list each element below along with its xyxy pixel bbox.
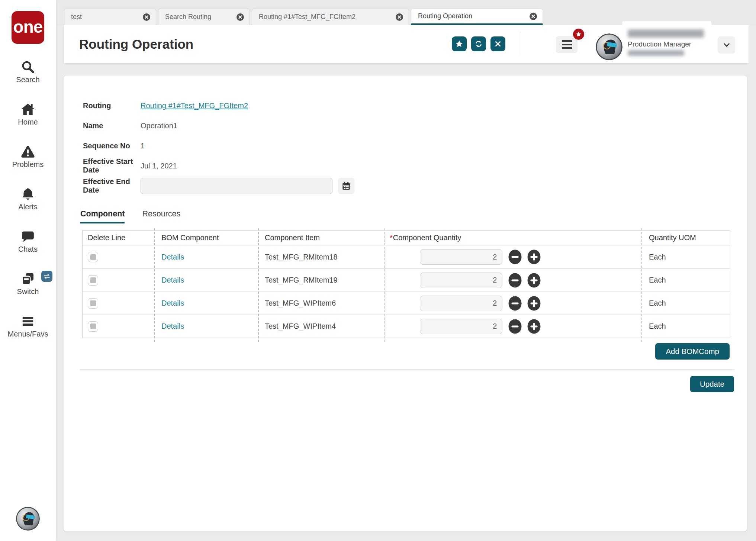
name-value: Operation1 [141,122,177,130]
tab-component[interactable]: Component [80,209,125,223]
tab-test[interactable]: test [64,9,156,25]
home-icon [20,102,35,117]
component-item-value: Test_MFG_RMItem18 [265,253,338,261]
effective-start-date-value: Jul 1, 2021 [141,162,177,170]
routing-operation-card: Routing Routing #1#Test_MFG_FGItem2 Name… [63,75,747,532]
plus-icon [527,249,541,265]
sidebar-item-label: Home [18,118,38,126]
tab-close-icon[interactable] [395,13,403,21]
tab-close-icon[interactable] [236,13,244,21]
table-row: Details Test_MFG_WIPItem6 Each [83,292,730,315]
sidebar-item-problems[interactable]: Problems [0,144,56,169]
tab-resources[interactable]: Resources [142,209,180,223]
sidebar-item-label: Menus/Favs [8,330,48,338]
update-button[interactable]: Update [690,376,734,392]
user-avatar[interactable] [596,33,623,60]
user-org-redacted [628,50,684,56]
sidebar-nav: Search Home Problems Alerts [0,59,56,356]
quantity-increase-button[interactable] [527,249,541,265]
column-header-delete-line: Delete Line [83,234,154,242]
one-network-logo[interactable]: one [12,11,44,44]
close-button[interactable] [490,36,505,51]
sidebar-item-menus-favs[interactable]: Menus/Favs [0,314,56,338]
delete-line-checkbox[interactable] [88,252,98,262]
minus-icon [508,249,522,265]
tab-close-icon[interactable] [529,12,537,20]
form-row-effective-start-date: Effective Start Date Jul 1, 2021 [83,156,747,176]
table-row: Details Test_MFG_RMItem19 Each [83,268,730,292]
column-header-component-quantity: *Component Quantity [384,234,641,242]
switch-windows-icon [20,271,35,286]
sidebar-item-search[interactable]: Search [0,59,56,84]
sidebar-item-switch[interactable]: Switch [0,271,56,296]
routing-label: Routing [83,102,141,110]
effective-end-date-input[interactable] [141,178,332,194]
chat-bubble-icon [20,229,35,244]
quantity-decrease-button[interactable] [508,249,522,265]
details-link[interactable]: Details [161,299,184,307]
tab-label: Routing #1#Test_MFG_FGItem2 [259,13,356,21]
table-row: Details Test_MFG_WIPItem4 Each [83,315,730,338]
details-link[interactable]: Details [161,322,184,330]
delete-line-checkbox[interactable] [88,298,98,309]
form-row-sequence-no: Sequence No 1 [83,136,747,156]
sidebar-item-alerts[interactable]: Alerts [0,187,56,211]
tab-routing-operation[interactable]: Routing Operation [411,9,543,25]
quantity-increase-button[interactable] [527,296,541,311]
sidebar-item-home[interactable]: Home [0,102,56,126]
component-item-value: Test_MFG_WIPItem6 [265,299,336,307]
table-row: Details Test_MFG_RMItem18 Each [83,245,730,268]
logo-text: one [13,18,43,35]
routing-operation-form: Routing Routing #1#Test_MFG_FGItem2 Name… [64,75,747,196]
page-title: Routing Operation [79,37,193,52]
quantity-decrease-button[interactable] [508,296,522,311]
sidebar-user-avatar[interactable] [16,507,40,531]
tab-routing-1-test-mfg-fgitem2[interactable]: Routing #1#Test_MFG_FGItem2 [252,9,409,25]
add-bomcomp-button[interactable]: Add BOMComp [655,343,730,360]
calendar-button[interactable] [338,178,354,194]
close-icon [494,40,502,48]
component-quantity-input[interactable] [420,296,502,311]
user-role: Production Manager [628,40,721,48]
tab-label: Routing Operation [418,12,472,20]
search-icon [20,59,35,74]
form-row-effective-end-date: Effective End Date [83,176,747,196]
calendar-icon [341,181,351,191]
tab-close-icon[interactable] [142,13,151,21]
quantity-uom-value: Each [649,253,666,261]
quantity-increase-button[interactable] [527,273,541,288]
quantity-decrease-button[interactable] [508,319,522,334]
component-quantity-input[interactable] [420,319,502,334]
routing-link[interactable]: Routing #1#Test_MFG_FGItem2 [141,102,248,110]
component-quantity-input[interactable] [420,273,502,288]
column-divider [641,228,642,342]
sidebar-item-label: Problems [12,160,44,169]
section-tabs: Component Resources [64,209,747,223]
column-header-component-item: Component Item [258,234,384,242]
delete-line-checkbox[interactable] [88,275,98,286]
column-divider [258,228,259,342]
component-quantity-input[interactable] [420,249,502,265]
quantity-increase-button[interactable] [527,319,541,334]
quantity-decrease-button[interactable] [508,273,522,288]
column-header-quantity-uom: Quantity UOM [641,234,731,242]
menu-button[interactable] [556,36,578,53]
details-link[interactable]: Details [161,253,184,261]
favorite-button[interactable] [452,36,467,51]
component-table: Delete Line BOM Component Component Item… [82,230,730,338]
switch-badge [41,271,52,282]
sidebar: one Search Home Problems [0,0,56,541]
user-info: Production Manager [628,29,721,56]
user-menu-chevron-button[interactable] [718,36,735,54]
delete-line-checkbox[interactable] [88,321,98,332]
effective-start-date-label: Effective Start Date [83,157,141,174]
sidebar-item-chats[interactable]: Chats [0,229,56,254]
refresh-icon [474,40,483,48]
sidebar-item-label: Alerts [18,203,37,211]
refresh-button[interactable] [471,36,486,51]
bell-icon [20,187,35,202]
details-link[interactable]: Details [161,276,184,284]
star-icon [576,31,582,37]
quantity-uom-value: Each [649,322,666,330]
tab-search-routing[interactable]: Search Routing [158,9,250,25]
